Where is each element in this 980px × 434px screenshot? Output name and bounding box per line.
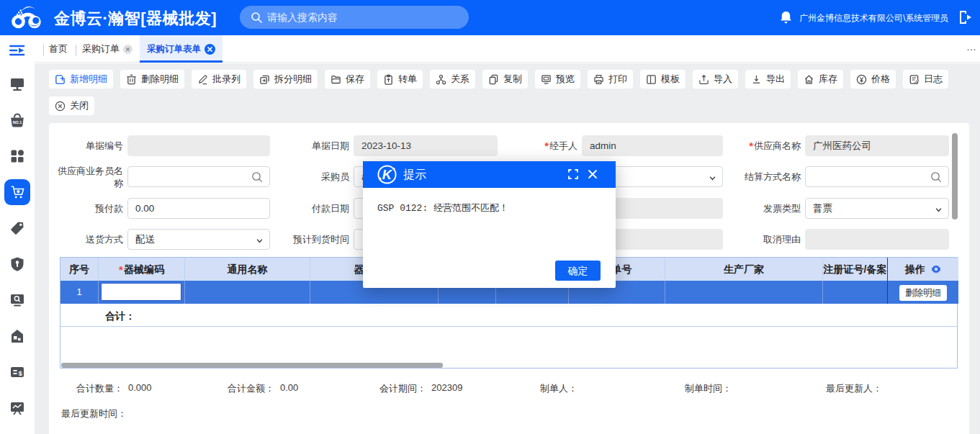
svg-text:K: K xyxy=(382,167,393,182)
